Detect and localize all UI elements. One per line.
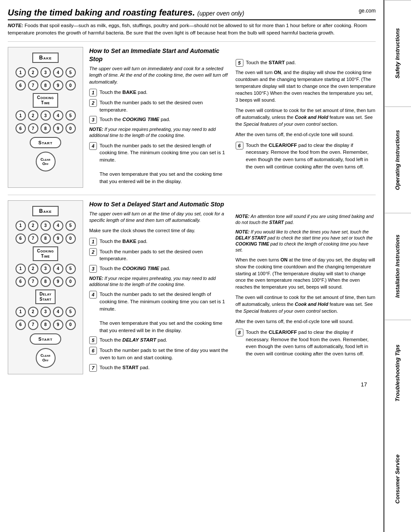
section2-note1: NOTE: If your recipe requires preheating… <box>89 275 230 287</box>
panel2-start[interactable]: Start <box>30 333 61 345</box>
panel2-delay-start[interactable]: DelayStart <box>35 289 56 304</box>
p2-btn-1[interactable]: 1 <box>16 221 26 231</box>
section2-content: How to Set a Delayed Start and Automatic… <box>89 200 376 374</box>
sidebar-item-operating[interactable]: Operating Instructions <box>385 106 411 213</box>
p2-btn-3[interactable]: 3 <box>40 221 51 231</box>
title-text: Using the timed baking and roasting feat… <box>8 8 195 17</box>
s2-step-num-3: 3 <box>89 265 97 273</box>
btn-8b[interactable]: 8 <box>40 123 51 134</box>
p2-btn-4[interactable]: 4 <box>53 221 63 231</box>
sidebar-item-installation[interactable]: Installation Instructions <box>385 213 411 319</box>
btn-4b[interactable]: 4 <box>53 110 63 121</box>
p2-btn-8b[interactable]: 8 <box>40 277 51 287</box>
btn-2[interactable]: 2 <box>28 67 38 78</box>
btn-3b[interactable]: 3 <box>40 110 51 121</box>
step-num-5: 5 <box>236 59 243 67</box>
panel1-cooking-time[interactable]: CookingTime <box>33 93 58 108</box>
btn-0b[interactable]: 0 <box>65 123 76 134</box>
p2-btn-5c[interactable]: 5 <box>65 307 76 317</box>
p2-btn-3c[interactable]: 3 <box>40 307 51 317</box>
main-content: Using the timed baking and roasting feat… <box>0 0 384 532</box>
btn-7[interactable]: 7 <box>28 80 38 90</box>
panel2-row2: 6 7 8 9 0 <box>16 233 76 244</box>
sidebar-item-troubleshooting[interactable]: Troubleshooting Tips <box>385 320 411 426</box>
s2-step-num-1: 1 <box>89 238 97 246</box>
panel2-cooking-time[interactable]: CookingTime <box>33 246 58 261</box>
sidebar-label-consumer: Consumer Service <box>394 454 402 504</box>
p2-btn-9c[interactable]: 9 <box>53 320 63 330</box>
section1-step3: 3 Touch the COOKING TIME pad. <box>89 116 230 124</box>
p2-btn-5b[interactable]: 5 <box>65 264 76 274</box>
btn-1[interactable]: 1 <box>16 67 26 78</box>
section1-heading: How to Set an Immediate Start and Automa… <box>89 47 230 62</box>
s2-step-text-2: Touch the number pads to set the desired… <box>100 248 230 262</box>
p2-btn-0c[interactable]: 0 <box>65 320 76 330</box>
ge-com: ge.com <box>359 8 376 14</box>
btn-9b[interactable]: 9 <box>53 123 63 134</box>
section2-step6: 6 Touch the number pads to set the time … <box>89 347 230 361</box>
p2-btn-9[interactable]: 9 <box>53 233 63 244</box>
section1-right-text2: The oven will continue to cook for the s… <box>236 107 376 128</box>
panel2-row3: 1 2 3 4 5 <box>16 264 76 274</box>
p2-btn-1c[interactable]: 1 <box>16 307 26 317</box>
p2-btn-2c[interactable]: 2 <box>28 307 38 317</box>
p2-btn-0[interactable]: 0 <box>65 233 76 244</box>
p2-btn-6c[interactable]: 6 <box>16 320 26 330</box>
subtitle: (upper oven only) <box>197 10 244 17</box>
panel1-bake: Bake <box>32 53 59 63</box>
p2-btn-7[interactable]: 7 <box>28 233 38 244</box>
panel2-row1: 1 2 3 4 5 <box>16 221 76 231</box>
btn-3[interactable]: 3 <box>40 67 51 78</box>
panel2-row4: 6 7 8 9 0 <box>16 277 76 287</box>
btn-5b[interactable]: 5 <box>65 110 76 121</box>
btn-4[interactable]: 4 <box>53 67 63 78</box>
btn-7b[interactable]: 7 <box>28 123 38 134</box>
btn-5[interactable]: 5 <box>65 67 76 78</box>
btn-6[interactable]: 6 <box>16 80 26 90</box>
step-num-2: 2 <box>89 99 97 107</box>
p2-btn-5[interactable]: 5 <box>65 221 76 231</box>
p2-btn-1b[interactable]: 1 <box>16 264 26 274</box>
s2-step-num-5: 5 <box>89 336 97 344</box>
panel1-clear[interactable]: ClearOff <box>36 152 56 171</box>
step-text-4: Touch the number pads to set the desired… <box>100 142 230 185</box>
btn-0[interactable]: 0 <box>65 80 76 90</box>
btn-2b[interactable]: 2 <box>28 110 38 121</box>
p2-btn-9b[interactable]: 9 <box>53 277 63 287</box>
s2-step-num-7: 7 <box>89 364 97 372</box>
p2-btn-8c[interactable]: 8 <box>40 320 51 330</box>
panel1-start[interactable]: Start <box>30 137 61 148</box>
section2-step4: 4 Touch the number pads to set the desir… <box>89 291 230 334</box>
s2-step-num-8: 8 <box>236 329 243 336</box>
p2-btn-7b[interactable]: 7 <box>28 277 38 287</box>
p2-btn-0b[interactable]: 0 <box>65 277 76 287</box>
p2-btn-6[interactable]: 6 <box>16 233 26 244</box>
panel2-clear[interactable]: ClearOff <box>36 348 56 368</box>
oven-panel-1: Bake 1 2 3 4 5 6 7 8 9 0 CookingTime 1 2… <box>8 47 83 187</box>
p2-btn-4b[interactable]: 4 <box>53 264 63 274</box>
s2-step-text-6: Touch the number pads to set the time of… <box>100 347 230 361</box>
btn-9[interactable]: 9 <box>53 80 63 90</box>
section2-step7: 7 Touch the START pad. <box>89 364 230 372</box>
section2-step5: 5 Touch the DELAY START pad. <box>89 336 230 344</box>
s2-step-text-5: Touch the DELAY START pad. <box>100 336 230 344</box>
main-note: NOTE: Foods that spoil easily—such as mi… <box>8 22 376 36</box>
p2-btn-6b[interactable]: 6 <box>16 277 26 287</box>
p2-btn-8[interactable]: 8 <box>40 233 51 244</box>
s2-step-text-8: Touch the CLEAR/OFF pad to clear the dis… <box>246 329 376 358</box>
step-text-2: Touch the number pads to set the desired… <box>100 99 230 113</box>
p2-btn-2[interactable]: 2 <box>28 221 38 231</box>
p2-btn-7c[interactable]: 7 <box>28 320 38 330</box>
section2-right: NOTE: An attention tone will sound if yo… <box>236 200 376 374</box>
page-number: 17 <box>8 381 376 388</box>
sidebar-item-consumer[interactable]: Consumer Service <box>385 426 411 532</box>
p2-btn-4c[interactable]: 4 <box>53 307 63 317</box>
p2-btn-2b[interactable]: 2 <box>28 264 38 274</box>
section1-left: How to Set an Immediate Start and Automa… <box>89 47 230 187</box>
btn-6b[interactable]: 6 <box>16 123 26 134</box>
p2-btn-3b[interactable]: 3 <box>40 264 51 274</box>
btn-8[interactable]: 8 <box>40 80 51 90</box>
btn-1b[interactable]: 1 <box>16 110 26 121</box>
step-num-4: 4 <box>89 142 97 150</box>
sidebar-item-safety[interactable]: Safety Instructions <box>385 0 411 106</box>
